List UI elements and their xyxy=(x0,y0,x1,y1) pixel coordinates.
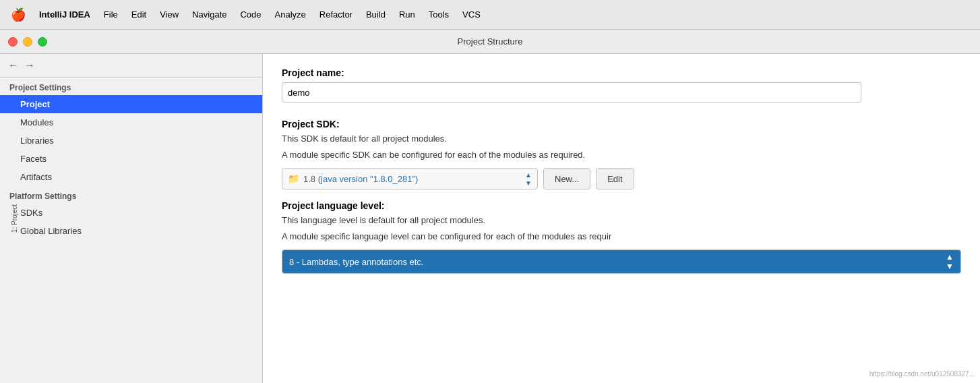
lang-dropdown[interactable]: 8 - Lambdas, type annotations etc. ▲▼ xyxy=(282,249,961,274)
sidebar-item-modules[interactable]: Modules xyxy=(0,113,262,131)
sdk-folder-icon: 📁 xyxy=(288,173,299,184)
window-title: Project Structure xyxy=(458,36,523,47)
project-settings-header: Project Settings xyxy=(0,78,262,95)
sdk-spinner-icon: ▲ ▼ xyxy=(525,171,532,187)
sidebar-item-facets[interactable]: Facets xyxy=(0,150,262,168)
sidebar-item-project[interactable]: Project xyxy=(0,95,262,113)
sidebar: 1: Project ← → Project Settings Project … xyxy=(0,54,263,383)
back-button[interactable]: ← xyxy=(8,59,19,71)
sdk-section-title: Project SDK: xyxy=(282,119,961,129)
lang-spinner-icon: ▲▼ xyxy=(946,252,954,271)
apple-menu[interactable]: 🍎 xyxy=(11,7,26,22)
menu-build[interactable]: Build xyxy=(366,9,386,20)
lang-section-title: Project language level: xyxy=(282,200,961,211)
menu-analyze[interactable]: Analyze xyxy=(275,9,306,20)
platform-settings-header: Platform Settings xyxy=(0,186,262,204)
sdk-desc1: This SDK is default for all project modu… xyxy=(282,132,961,146)
content-area: Project name: Project SDK: This SDK is d… xyxy=(263,54,980,383)
nav-arrows: ← → xyxy=(0,54,262,78)
menu-file[interactable]: File xyxy=(104,9,118,20)
app-name: IntelliJ IDEA xyxy=(39,9,90,20)
menu-tools[interactable]: Tools xyxy=(429,9,449,20)
menubar: 🍎 IntelliJ IDEA File Edit View Navigate … xyxy=(0,0,980,30)
project-name-input[interactable] xyxy=(282,82,861,102)
sdk-dropdown[interactable]: 📁 1.8 (java version "1.8.0_281") ▲ ▼ xyxy=(282,168,538,189)
lang-desc2: A module specific language level can be … xyxy=(282,230,961,243)
minimize-button[interactable] xyxy=(23,37,32,47)
sidebar-item-libraries[interactable]: Libraries xyxy=(0,131,262,150)
sdk-edit-button[interactable]: Edit xyxy=(596,168,634,189)
main-layout: 1: Project ← → Project Settings Project … xyxy=(0,54,980,383)
lang-dropdown-value: 8 - Lambdas, type annotations etc. xyxy=(289,257,940,267)
menu-run[interactable]: Run xyxy=(399,9,415,20)
menu-code[interactable]: Code xyxy=(240,9,261,20)
sidebar-item-sdks[interactable]: SDKs xyxy=(0,204,262,222)
forward-button[interactable]: → xyxy=(24,59,35,71)
project-name-label: Project name: xyxy=(282,67,961,78)
maximize-button[interactable] xyxy=(38,37,47,47)
sidebar-item-global-libraries[interactable]: Global Libraries xyxy=(0,222,262,240)
watermark: https://blog.csdn.net/u012508327... xyxy=(869,370,975,378)
menu-refactor[interactable]: Refactor xyxy=(319,9,353,20)
menu-vcs[interactable]: VCS xyxy=(462,9,481,20)
sdk-dropdown-value: 1.8 (java version "1.8.0_281") xyxy=(303,174,521,184)
close-button[interactable] xyxy=(8,37,18,47)
sidebar-item-artifacts[interactable]: Artifacts xyxy=(0,168,262,186)
window-controls xyxy=(0,37,47,47)
menu-view[interactable]: View xyxy=(160,9,179,20)
menu-edit[interactable]: Edit xyxy=(131,9,146,20)
lang-desc1: This language level is default for all p… xyxy=(282,214,961,227)
sdk-new-button[interactable]: New... xyxy=(543,168,590,189)
titlebar: Project Structure xyxy=(0,30,980,54)
sdk-row: 📁 1.8 (java version "1.8.0_281") ▲ ▼ New… xyxy=(282,168,961,189)
sdk-desc2: A module specific SDK can be configured … xyxy=(282,148,961,162)
menu-navigate[interactable]: Navigate xyxy=(192,9,226,20)
